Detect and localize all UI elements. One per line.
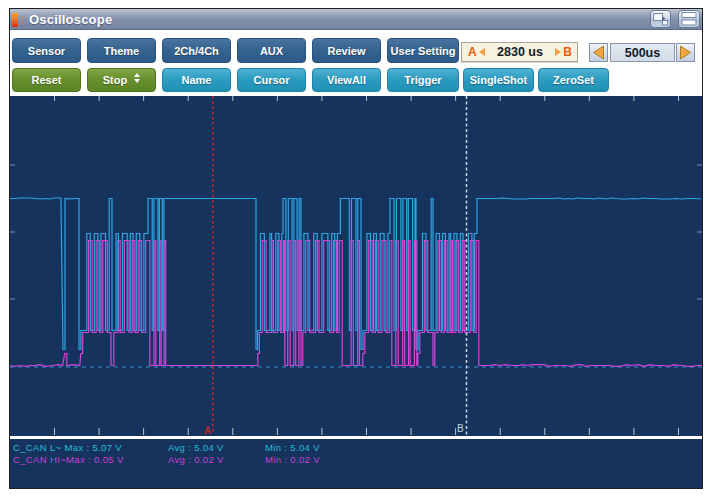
window-title: Oscilloscope xyxy=(29,12,112,27)
channel-avg: Avg : 0.02 V xyxy=(168,454,224,465)
title-bar: Oscilloscope xyxy=(10,9,702,30)
arrow-left-icon xyxy=(592,45,605,60)
aux-button[interactable]: AUX xyxy=(237,38,306,63)
ruler-bottom xyxy=(55,428,679,435)
measurement-row-can-high: C_CAN HI~Max : 0.05 V Avg : 0.02 V Min :… xyxy=(10,454,702,466)
scope-canvas: A B xyxy=(10,96,702,436)
channel-min: Min : 5.04 V xyxy=(265,442,320,453)
trace-can-low xyxy=(10,198,701,350)
triangle-shape xyxy=(681,46,691,59)
singleshot-button[interactable]: SingleShot xyxy=(463,68,534,92)
measurement-row-can-low: C_CAN L~ Max : 5.07 V Avg : 5.04 V Min :… xyxy=(10,442,702,454)
timebase-increase-button[interactable] xyxy=(676,43,695,62)
triangle-right-icon xyxy=(555,48,561,56)
bottom-pane-shape xyxy=(682,20,696,25)
screen-capture-icon xyxy=(651,11,670,27)
cursor-b-label: B xyxy=(563,45,572,59)
trigger-button[interactable]: Trigger xyxy=(387,68,459,92)
name-button[interactable]: Name xyxy=(162,68,231,92)
channel-mode-button[interactable]: 2Ch/4Ch xyxy=(162,38,231,63)
screen-capture-button[interactable] xyxy=(650,10,671,28)
ab-delta-value: 2830 us xyxy=(485,45,556,59)
timebase-decrease-button[interactable] xyxy=(589,43,608,62)
split-view-icon xyxy=(679,11,699,27)
cursor-a-label: A xyxy=(468,45,477,59)
arrow-shape xyxy=(662,17,666,21)
channel-max: C_CAN L~ Max : 5.07 V xyxy=(13,442,122,453)
reset-button[interactable]: Reset xyxy=(12,68,81,92)
zeroset-button[interactable]: ZeroSet xyxy=(538,68,609,92)
measurement-panel: C_CAN L~ Max : 5.07 V Avg : 5.04 V Min :… xyxy=(10,439,702,488)
channel-min: Min : 0.02 V xyxy=(265,454,320,465)
cursor-b-flag: B xyxy=(457,423,464,434)
app-icon xyxy=(12,13,18,27)
sensor-button[interactable]: Sensor xyxy=(12,38,81,63)
cursor-button[interactable]: Cursor xyxy=(237,68,306,92)
triangle-shape xyxy=(594,46,604,59)
channel-max: C_CAN HI~Max : 0.05 V xyxy=(13,454,124,465)
split-view-button[interactable] xyxy=(678,10,700,28)
monitor-shape xyxy=(654,14,663,21)
spinner-icon xyxy=(134,73,140,83)
channel-avg: Avg : 5.04 V xyxy=(168,442,224,453)
cursor-a-flag: A xyxy=(204,425,211,436)
ruler-left xyxy=(10,165,15,299)
stop-button[interactable]: Stop xyxy=(87,68,156,92)
timebase-value[interactable]: 500us xyxy=(610,43,675,62)
review-button[interactable]: Review xyxy=(312,38,381,63)
ruler-right xyxy=(697,165,702,299)
arrow-right-icon xyxy=(679,45,692,60)
ab-cursor-readout: A 2830 us B xyxy=(461,42,578,62)
viewall-button[interactable]: ViewAll xyxy=(312,68,381,92)
theme-button[interactable]: Theme xyxy=(87,38,156,63)
ruler-top xyxy=(55,96,679,101)
small-screen-shape xyxy=(663,21,668,26)
scope-display[interactable]: A B xyxy=(10,96,702,436)
top-pane-shape xyxy=(682,13,696,18)
user-setting-button[interactable]: User Setting xyxy=(387,38,459,63)
stop-label: Stop xyxy=(103,74,127,86)
